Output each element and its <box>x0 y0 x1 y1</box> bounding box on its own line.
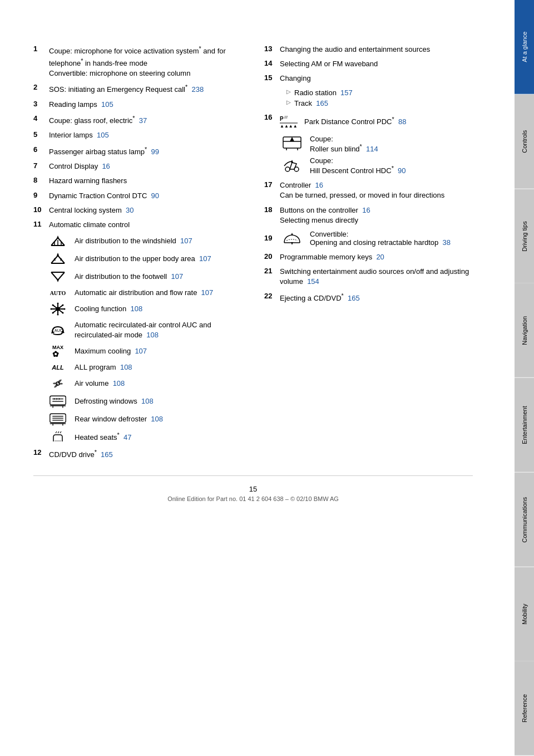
arrow-icon: ▷ <box>286 89 291 95</box>
windscreen-icon <box>47 234 69 248</box>
page-link[interactable]: 105 <box>97 131 109 139</box>
page-link[interactable]: 107 <box>201 288 214 297</box>
fan-icon <box>47 377 69 390</box>
page-link[interactable]: 105 <box>101 100 113 109</box>
page-link[interactable]: 108 <box>113 379 125 387</box>
page-link[interactable]: 165 <box>316 99 328 107</box>
climate-text: Air distribution to the upper body area … <box>75 254 242 264</box>
page-link[interactable]: 37 <box>139 116 147 125</box>
hdc-icon <box>280 158 304 174</box>
page-link[interactable]: 114 <box>366 145 378 153</box>
svg-line-42 <box>58 431 59 433</box>
climate-row: AUC Automatic recirculated-air control A… <box>47 320 242 340</box>
item-text: Passenger airbag status lamp* 99 <box>49 145 242 158</box>
convertible-icon <box>280 230 304 246</box>
hdc-text: Coupe:Hill Descent Control HDC* 90 <box>310 156 406 175</box>
sidebar-tabs: At a glance Controls Driving tips Naviga… <box>515 0 534 756</box>
page-link[interactable]: 108 <box>151 415 163 423</box>
page-link[interactable]: 107 <box>171 272 183 281</box>
sidebar-tab-reference[interactable]: Reference <box>515 661 534 756</box>
page-link[interactable]: 108 <box>141 397 154 405</box>
page-link[interactable]: 107 <box>180 237 192 245</box>
climate-text: Automatic air distribution and flow rate… <box>75 288 242 298</box>
page-link[interactable]: 108 <box>146 331 159 339</box>
climate-row: Rear window defroster 108 <box>47 413 242 426</box>
sidebar-tab-mobility[interactable]: Mobility <box>515 567 534 662</box>
sidebar-tab-driving-tips[interactable]: Driving tips <box>515 189 534 284</box>
page-link[interactable]: 88 <box>398 118 406 126</box>
item-text: Selecting AM or FM waveband <box>280 59 473 69</box>
sidebar-tab-entertainment[interactable]: Entertainment <box>515 378 534 473</box>
list-item: 3 Reading lamps 105 <box>33 100 242 110</box>
page-link[interactable]: 30 <box>126 206 134 214</box>
list-item: 11 Automatic climate control <box>33 220 242 230</box>
climate-text: Air volume 108 <box>75 379 242 389</box>
cooling-icon <box>47 302 69 316</box>
item-number: 13 <box>264 45 278 53</box>
page-link[interactable]: 238 <box>191 86 204 94</box>
page-link[interactable]: 157 <box>340 89 353 97</box>
item-number: 20 <box>264 252 278 261</box>
svg-point-17 <box>51 308 52 310</box>
svg-rect-28 <box>50 396 66 405</box>
list-item: 2 SOS: initiating an Emergency Request c… <box>33 83 242 95</box>
sub-item: ▷ Track 165 <box>286 99 473 107</box>
item-text: Controller 16Can be turned, pressed, or … <box>280 180 473 200</box>
item-text: Changing the audio and entertainment sou… <box>280 45 473 55</box>
item-text: Interior lamps 105 <box>49 130 242 140</box>
page-link[interactable]: 165 <box>101 450 113 459</box>
sidebar-tab-navigation[interactable]: Navigation <box>515 283 534 378</box>
svg-marker-4 <box>57 235 59 238</box>
page-link[interactable]: 107 <box>199 254 211 263</box>
page-link[interactable]: 38 <box>443 238 451 247</box>
max-icon: MAX✿ <box>47 345 69 358</box>
list-item: 6 Passenger airbag status lamp* 99 <box>33 145 242 158</box>
sidebar-tab-communications[interactable]: Communications <box>515 473 534 567</box>
list-item: 13 Changing the audio and entertainment … <box>264 45 473 55</box>
sidebar-tab-controls[interactable]: Controls <box>515 95 534 189</box>
page-link[interactable]: 165 <box>348 294 360 302</box>
page-link[interactable]: 20 <box>376 253 384 261</box>
page-link[interactable]: 108 <box>130 305 142 313</box>
page-link[interactable]: 16 <box>362 206 370 214</box>
page-link[interactable]: 99 <box>151 148 159 156</box>
page-link[interactable]: 16 <box>102 162 110 170</box>
list-item: 9 Dynamic Traction Control DTC 90 <box>33 191 242 201</box>
climate-row: Air volume 108 <box>47 377 242 390</box>
item-text: Coupe: glass roof, electric* 37 <box>49 114 242 126</box>
page-link[interactable]: 108 <box>120 363 132 371</box>
page-link[interactable]: 90 <box>398 166 406 175</box>
climate-row: AUTO Automatic air distribution and flow… <box>47 288 242 298</box>
page-number: 15 <box>33 485 473 493</box>
footer-text: Online Edition for Part no. 01 41 2 604 … <box>33 495 473 502</box>
svg-marker-10 <box>57 279 59 282</box>
list-item: 1 Coupe: microphone for voice activation… <box>33 45 242 78</box>
climate-text: Rear window defroster 108 <box>75 414 242 424</box>
svg-text:///: /// <box>284 115 288 119</box>
page-link[interactable]: 90 <box>151 192 159 200</box>
svg-point-21 <box>62 305 64 306</box>
item-text: Reading lamps 105 <box>49 100 242 110</box>
item-number: 3 <box>33 100 47 108</box>
list-item: 15 Changing <box>264 73 473 84</box>
page-link[interactable]: 107 <box>135 347 147 355</box>
page-link[interactable]: 16 <box>315 181 323 189</box>
list-item: 14 Selecting AM or FM waveband <box>264 59 473 69</box>
page-link[interactable]: 47 <box>123 433 131 441</box>
auto-label: AUTO <box>50 290 66 296</box>
item-16-block: 16 P /// ▲▲▲▲ Park Distance Control <box>264 113 473 175</box>
svg-point-20 <box>62 312 64 314</box>
svg-text:▲▲▲▲: ▲▲▲▲ <box>280 124 298 129</box>
sub-items-15: ▷ Radio station 157 ▷ Track 165 <box>280 89 473 107</box>
list-item: 12 CD/DVD drive* 165 <box>33 448 242 460</box>
item-text: Control Display 16 <box>49 161 242 171</box>
svg-line-43 <box>60 431 61 433</box>
list-item: 21 Switching entertainment audio sources… <box>264 267 473 287</box>
item-text: Hazard warning flashers <box>49 176 242 186</box>
item-number: 1 <box>33 45 47 53</box>
page-link[interactable]: 154 <box>307 277 319 286</box>
climate-row: Air distribution to the upper body area … <box>47 252 242 266</box>
item-19-content: 19 Convertible:Opening and closing retra… <box>264 230 473 247</box>
climate-text: Air distribution to the windshield 107 <box>75 236 242 246</box>
sidebar-tab-at-a-glance[interactable]: At a glance <box>515 0 534 95</box>
